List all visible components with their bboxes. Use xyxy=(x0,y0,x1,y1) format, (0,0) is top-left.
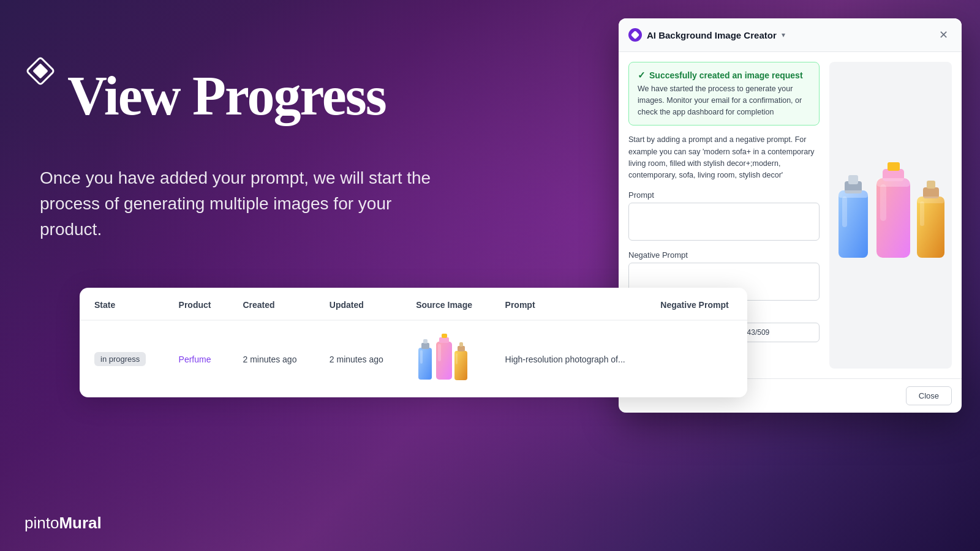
col-source-image: Source Image xyxy=(401,288,490,320)
close-button[interactable]: Close xyxy=(906,386,952,405)
check-icon: ✓ xyxy=(638,70,646,81)
svg-rect-28 xyxy=(456,353,458,364)
svg-rect-4 xyxy=(848,175,858,184)
success-banner-title: ✓ Succesfully created an image request xyxy=(638,70,810,81)
prompt-group: Prompt xyxy=(628,190,820,243)
product-preview xyxy=(829,62,952,369)
modal-header-left: AI Background Image Creator ▾ xyxy=(628,28,785,42)
hero-title: View Progress xyxy=(67,67,386,126)
svg-rect-27 xyxy=(438,344,441,361)
modal-header: AI Background Image Creator ▾ ✕ xyxy=(619,18,962,52)
hero-subtitle: Once you have added your prompt, we will… xyxy=(40,165,456,242)
svg-rect-22 xyxy=(442,334,447,338)
svg-rect-15 xyxy=(880,184,886,221)
svg-rect-24 xyxy=(458,346,465,351)
cell-state: in progress xyxy=(80,320,164,397)
success-banner: ✓ Succesfully created an image request W… xyxy=(628,62,820,126)
perfume-preview-image xyxy=(832,154,949,276)
svg-rect-12 xyxy=(927,181,935,189)
svg-rect-5 xyxy=(839,190,868,198)
product-link[interactable]: Perfume xyxy=(179,354,211,364)
col-negative-prompt: Negative Prompt xyxy=(646,288,747,320)
logo-icon xyxy=(24,55,56,87)
cell-prompt: High-resolution photograph of... xyxy=(491,320,646,397)
svg-rect-19 xyxy=(423,339,428,343)
prompt-input[interactable] xyxy=(628,203,820,241)
brand-logo: pintoMural xyxy=(24,514,102,533)
table-container: State Product Created Updated Source Ima… xyxy=(80,288,747,397)
cell-updated: 2 minutes ago xyxy=(315,320,401,397)
cell-product: Perfume xyxy=(164,320,228,397)
svg-rect-18 xyxy=(421,343,429,349)
app-icon xyxy=(628,28,642,42)
svg-rect-14 xyxy=(842,197,847,227)
table-body: in progress Perfume 2 minutes ago 2 minu… xyxy=(80,320,747,397)
cell-created: 2 minutes ago xyxy=(228,320,314,397)
brand-name-regular: pinto xyxy=(24,514,59,532)
negative-prompt-label: Negative Prompt xyxy=(628,250,820,260)
col-prompt: Prompt xyxy=(491,288,646,320)
svg-rect-8 xyxy=(888,162,900,171)
col-state: State xyxy=(80,288,164,320)
table-row: in progress Perfume 2 minutes ago 2 minu… xyxy=(80,320,747,397)
col-updated: Updated xyxy=(315,288,401,320)
svg-rect-26 xyxy=(420,350,423,364)
modal-close-button[interactable]: ✕ xyxy=(935,27,952,43)
data-table: State Product Created Updated Source Ima… xyxy=(80,288,747,397)
instructions-text: Start by adding a prompt and a negative … xyxy=(628,134,820,182)
table-header: State Product Created Updated Source Ima… xyxy=(80,288,747,320)
svg-rect-1 xyxy=(32,63,48,78)
svg-rect-25 xyxy=(459,342,463,347)
cell-source-image xyxy=(401,320,490,397)
dropdown-chevron-icon[interactable]: ▾ xyxy=(782,31,785,39)
brand-name-bold: Mural xyxy=(59,514,101,532)
svg-rect-21 xyxy=(439,337,449,343)
success-banner-text: We have started the process to generate … xyxy=(638,83,810,118)
cell-negative-prompt xyxy=(646,320,747,397)
modal-title: AI Background Image Creator xyxy=(647,30,777,40)
source-image-thumbnail xyxy=(416,331,471,386)
status-badge: in progress xyxy=(94,352,146,366)
svg-rect-16 xyxy=(920,201,924,226)
app-icon-inner xyxy=(631,31,639,39)
col-created: Created xyxy=(228,288,314,320)
col-product: Product xyxy=(164,288,228,320)
prompt-label: Prompt xyxy=(628,190,820,200)
table-header-row: State Product Created Updated Source Ima… xyxy=(80,288,747,320)
